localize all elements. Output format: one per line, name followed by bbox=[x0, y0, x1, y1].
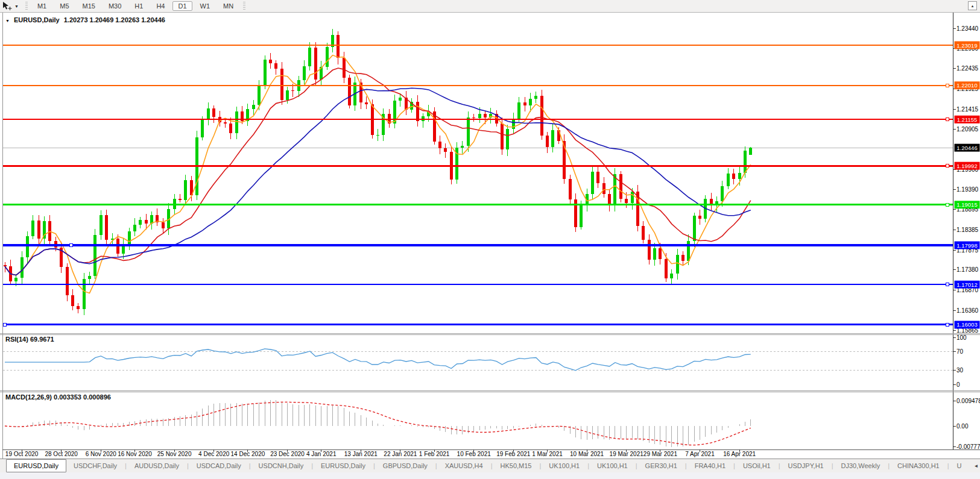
toolbar-dropdown-caret[interactable]: ▼ bbox=[14, 4, 19, 8]
svg-text:100: 100 bbox=[956, 334, 967, 341]
svg-text:28 Oct 2020: 28 Oct 2020 bbox=[45, 451, 78, 457]
tab-usdcad-daily[interactable]: USDCAD,Daily bbox=[189, 459, 248, 472]
timeframe-button-m15[interactable]: M15 bbox=[77, 1, 101, 11]
tab-uk100-h1[interactable]: UK100,H1 bbox=[590, 459, 635, 472]
svg-text:25 Nov 2020: 25 Nov 2020 bbox=[157, 451, 192, 457]
svg-text:1.19390: 1.19390 bbox=[956, 186, 979, 193]
svg-text:6 Nov 2020: 6 Nov 2020 bbox=[86, 451, 117, 457]
svg-text:1.22435: 1.22435 bbox=[956, 65, 979, 72]
tab-usoil-h1[interactable]: USOil,H1 bbox=[736, 459, 778, 472]
mt4-terminal: ▼ M1M5M15M30H1H4D1W1MN ▴ 1.234401.229301… bbox=[0, 0, 980, 479]
svg-text:1.17998: 1.17998 bbox=[956, 242, 977, 249]
svg-text:1.21155: 1.21155 bbox=[957, 116, 978, 123]
hline-marker bbox=[70, 244, 73, 247]
chart-canvas[interactable]: 1.234401.229301.224351.219251.214151.209… bbox=[0, 13, 980, 459]
hline-marker bbox=[946, 283, 949, 286]
chart-window: 1.234401.229301.224351.219251.214151.209… bbox=[0, 13, 980, 459]
svg-text:19 Oct 2020: 19 Oct 2020 bbox=[5, 451, 39, 457]
status-strip bbox=[0, 472, 980, 479]
tab-usdchf-daily[interactable]: USDCHF,Daily bbox=[66, 459, 124, 472]
svg-text:7 Apr 2021: 7 Apr 2021 bbox=[685, 451, 715, 457]
tab-usdcnh-daily[interactable]: USDCNH,Daily bbox=[251, 459, 311, 472]
tab-ger30-h1[interactable]: GER30,H1 bbox=[638, 459, 684, 472]
hline-marker bbox=[946, 203, 949, 206]
timeframe-button-w1[interactable]: W1 bbox=[195, 1, 216, 11]
tab-usdjpy-h1[interactable]: USDJPY,H1 bbox=[781, 459, 831, 472]
chart-title: ▼ EURUSD,Daily 1.20273 1.20469 1.20263 1… bbox=[5, 16, 165, 23]
svg-text:1.17012: 1.17012 bbox=[956, 281, 977, 288]
svg-text:19 Mar 2021: 19 Mar 2021 bbox=[610, 451, 644, 457]
rsi-line bbox=[5, 349, 751, 371]
timeframe-button-m5[interactable]: M5 bbox=[54, 1, 74, 11]
svg-text:1.19992: 1.19992 bbox=[956, 163, 977, 169]
macd-indicator-label: MACD(12,26,9) 0.003353 0.000896 bbox=[5, 393, 111, 401]
svg-text:1.18385: 1.18385 bbox=[956, 227, 979, 233]
toolbar-overflow-button[interactable]: ▴ bbox=[968, 1, 977, 10]
tab-eurusd-daily[interactable]: EURUSD,Daily bbox=[6, 459, 66, 472]
svg-text:1.21415: 1.21415 bbox=[956, 106, 979, 113]
toolbar-grip[interactable] bbox=[25, 2, 28, 10]
chart-ohlc-values: 1.20273 1.20469 1.20263 1.20446 bbox=[64, 16, 165, 23]
svg-text:1.19015: 1.19015 bbox=[956, 201, 977, 208]
timeframe-buttons: M1M5M15M30H1H4D1W1MN bbox=[32, 1, 239, 11]
timeframe-button-m1[interactable]: M1 bbox=[32, 1, 52, 11]
svg-text:1 Feb 2021: 1 Feb 2021 bbox=[419, 451, 450, 457]
timeframe-toolbar: ▼ M1M5M15M30H1H4D1W1MN ▴ bbox=[0, 0, 980, 13]
svg-text:0.009478: 0.009478 bbox=[956, 398, 980, 404]
svg-text:4 Dec 2020: 4 Dec 2020 bbox=[198, 451, 230, 457]
svg-text:14 Dec 2020: 14 Dec 2020 bbox=[231, 451, 265, 457]
tab-audusd-daily[interactable]: AUDUSD,Daily bbox=[127, 459, 186, 472]
tab-u[interactable]: U bbox=[950, 459, 969, 472]
svg-text:1.20446: 1.20446 bbox=[956, 145, 977, 151]
timeframe-button-mn[interactable]: MN bbox=[218, 1, 239, 11]
svg-text:0.00: 0.00 bbox=[956, 423, 969, 430]
chart-symbol-period: EURUSD,Daily bbox=[14, 16, 60, 23]
timeframe-button-h4[interactable]: H4 bbox=[151, 1, 170, 11]
tab-eurusd-daily[interactable]: EURUSD,Daily bbox=[314, 459, 373, 472]
rsi-indicator-label: RSI(14) 69.9671 bbox=[5, 336, 54, 343]
timeframe-button-m30[interactable]: M30 bbox=[103, 1, 127, 11]
tab-scroll-arrows: ◄ ► bbox=[969, 459, 980, 472]
svg-text:30: 30 bbox=[956, 367, 964, 374]
svg-text:1.16360: 1.16360 bbox=[956, 307, 979, 314]
tab-fra40-h1[interactable]: FRA40,H1 bbox=[688, 459, 733, 472]
tab-gbpusd-daily[interactable]: GBPUSD,Daily bbox=[376, 459, 435, 472]
svg-text:1.23440: 1.23440 bbox=[956, 25, 979, 32]
svg-text:16 Apr 2021: 16 Apr 2021 bbox=[723, 451, 756, 457]
timeframe-button-d1[interactable]: D1 bbox=[172, 1, 192, 11]
svg-text:16 Nov 2020: 16 Nov 2020 bbox=[118, 451, 152, 457]
tabs-scroll-left-button[interactable]: ◄ bbox=[974, 463, 979, 469]
toolbar-grip[interactable] bbox=[243, 2, 245, 10]
hline-marker bbox=[946, 164, 949, 167]
hline-marker bbox=[4, 323, 7, 326]
svg-text:1.20905: 1.20905 bbox=[956, 126, 979, 133]
svg-text:10 Feb 2021: 10 Feb 2021 bbox=[457, 451, 492, 457]
svg-text:29 Mar 2021: 29 Mar 2021 bbox=[643, 451, 678, 457]
svg-text:1.23019: 1.23019 bbox=[956, 42, 977, 49]
chart-tabs: EURUSD,DailyUSDCHF,Daily|AUDUSD,Daily|US… bbox=[0, 459, 969, 472]
hline-marker bbox=[946, 84, 949, 87]
svg-text:1.17380: 1.17380 bbox=[956, 266, 979, 273]
svg-text:10 Mar 2021: 10 Mar 2021 bbox=[570, 451, 604, 457]
svg-text:-0.007778: -0.007778 bbox=[956, 443, 980, 450]
svg-text:0: 0 bbox=[956, 381, 960, 388]
svg-text:23 Dec 2020: 23 Dec 2020 bbox=[270, 451, 305, 457]
svg-text:1.16003: 1.16003 bbox=[956, 321, 977, 328]
svg-text:13 Jan 2021: 13 Jan 2021 bbox=[344, 451, 378, 457]
tab-uk100-h1[interactable]: UK100,H1 bbox=[542, 459, 587, 472]
svg-text:22 Jan 2021: 22 Jan 2021 bbox=[384, 451, 417, 457]
tab-dj30-weekly[interactable]: DJ30,Weekly bbox=[834, 459, 888, 472]
tab-hk50-m15[interactable]: HK50,M15 bbox=[493, 459, 539, 472]
svg-text:1.22010: 1.22010 bbox=[956, 82, 977, 89]
chart-tab-bar: EURUSD,DailyUSDCHF,Daily|AUDUSD,Daily|US… bbox=[0, 459, 980, 472]
hline-marker bbox=[946, 118, 949, 121]
svg-text:70: 70 bbox=[956, 348, 964, 355]
svg-text:19 Feb 2021: 19 Feb 2021 bbox=[496, 451, 531, 457]
crosshair-cursor-icon[interactable] bbox=[2, 1, 14, 11]
svg-text:4 Jan 2021: 4 Jan 2021 bbox=[306, 451, 337, 457]
svg-text:1 Mar 2021: 1 Mar 2021 bbox=[532, 451, 563, 457]
chart-title-caret[interactable]: ▼ bbox=[5, 19, 10, 23]
timeframe-button-h1[interactable]: H1 bbox=[129, 1, 148, 11]
tab-xauusd-h4[interactable]: XAUUSD,H4 bbox=[438, 459, 490, 472]
tab-china300-h1[interactable]: CHINA300,H1 bbox=[890, 459, 947, 472]
